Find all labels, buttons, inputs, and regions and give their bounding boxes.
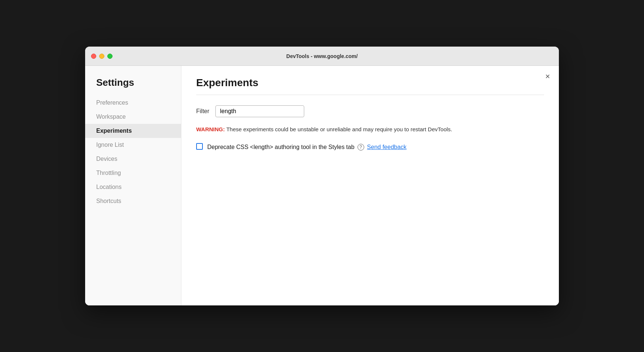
sidebar-item-workspace[interactable]: Workspace <box>85 110 181 124</box>
content-area: Settings Preferences Workspace Experimen… <box>85 66 559 305</box>
experiment-text-0: Deprecate CSS <length> authoring tool in… <box>207 143 355 152</box>
experiment-row-0: Deprecate CSS <length> authoring tool in… <box>196 143 544 152</box>
close-button[interactable]: × <box>545 72 550 81</box>
traffic-lights <box>91 54 113 59</box>
minimize-traffic-light[interactable] <box>99 54 104 59</box>
close-traffic-light[interactable] <box>91 54 96 59</box>
sidebar-item-experiments[interactable]: Experiments <box>85 124 181 138</box>
warning-text: These experiments could be unstable or u… <box>225 126 452 132</box>
sidebar-heading: Settings <box>85 77 181 96</box>
filter-input[interactable] <box>215 105 304 117</box>
section-divider <box>196 95 544 95</box>
devtools-window: DevTools - www.google.com/ Settings Pref… <box>85 47 559 305</box>
sidebar-item-locations[interactable]: Locations <box>85 180 181 194</box>
titlebar: DevTools - www.google.com/ <box>85 47 559 66</box>
sidebar-item-ignore-list[interactable]: Ignore List <box>85 138 181 152</box>
experiment-label-0: Deprecate CSS <length> authoring tool in… <box>207 143 406 152</box>
maximize-traffic-light[interactable] <box>107 54 113 59</box>
filter-label: Filter <box>196 108 209 115</box>
filter-row: Filter <box>196 105 544 117</box>
warning-label: WARNING: <box>196 126 225 132</box>
sidebar-item-preferences[interactable]: Preferences <box>85 96 181 110</box>
sidebar: Settings Preferences Workspace Experimen… <box>85 66 181 305</box>
sidebar-item-devices[interactable]: Devices <box>85 152 181 166</box>
help-icon[interactable]: ? <box>358 144 364 150</box>
send-feedback-link[interactable]: Send feedback <box>367 143 407 152</box>
sidebar-item-shortcuts[interactable]: Shortcuts <box>85 194 181 208</box>
experiment-checkbox-0[interactable] <box>196 143 203 150</box>
warning-box: WARNING: These experiments could be unst… <box>196 125 529 134</box>
main-content: × Experiments Filter WARNING: These expe… <box>181 66 559 305</box>
page-title: Experiments <box>196 77 544 89</box>
window-title: DevTools - www.google.com/ <box>286 53 358 59</box>
sidebar-item-throttling[interactable]: Throttling <box>85 166 181 180</box>
